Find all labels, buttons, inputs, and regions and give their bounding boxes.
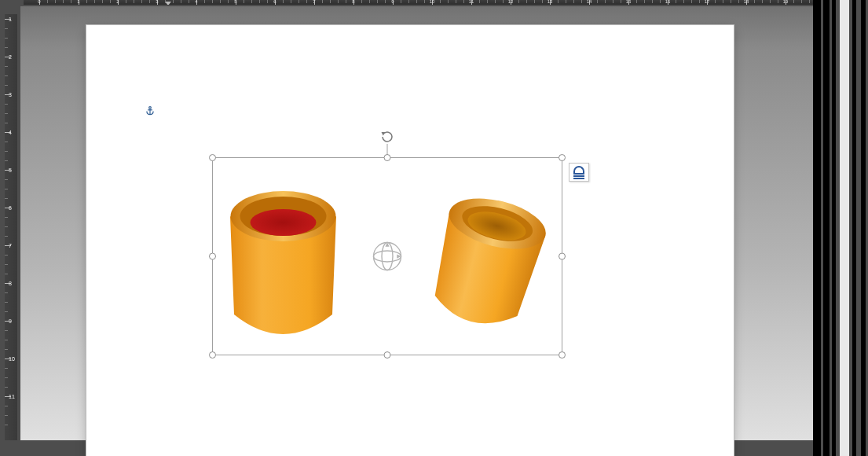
resize-handle-middle-right[interactable] [559,253,566,260]
resize-handle-bottom-right[interactable] [559,351,566,359]
right-bar [861,0,866,456]
ruler-number: 12 [508,0,514,4]
ruler-number: 15 [626,0,632,4]
ruler-number: 4 [195,0,197,4]
resize-handle-top-middle[interactable] [384,154,391,161]
ruler-number: 8 [352,0,354,4]
ruler-number: 16 [665,0,671,4]
right-bar [813,0,821,456]
vertical-scrollbar[interactable] [840,0,848,456]
ruler-number: 6 [9,205,12,211]
ruler-number: 11 [9,394,15,399]
ruler-number: 9 [391,0,394,4]
ruler-number: 1 [77,0,79,4]
ruler-number: 18 [744,0,749,4]
ruler-number: 4 [9,130,12,135]
right-edge-panels [813,0,868,456]
ruler-number: 3 [9,92,12,97]
ruler-number: 7 [313,0,315,4]
ruler-number: 13 [548,0,553,4]
object-selection-frame[interactable] [212,157,562,355]
svg-point-5 [251,209,317,236]
ruler-number: 3 [156,0,158,4]
page[interactable] [86,25,734,456]
layout-options-button[interactable] [569,163,589,182]
model-shape-2[interactable] [413,178,562,348]
ruler-number: 9 [9,318,12,324]
ruler-number: 0 [38,0,40,4]
ruler-number: 6 [273,0,276,4]
model-shape-1[interactable] [222,177,344,346]
vertical-ruler[interactable]: 1234567891011 [5,14,17,440]
svg-point-0 [149,107,152,109]
right-bar [823,0,830,456]
first-line-indent-marker[interactable] [165,2,171,5]
ruler-number: 17 [705,0,710,4]
ruler-number: 10 [430,0,435,4]
ruler-number: 8 [9,281,12,286]
ruler-number: 11 [469,0,474,4]
resize-handle-middle-left[interactable] [209,253,216,260]
ruler-number: 14 [587,0,592,4]
right-bar [852,0,856,456]
ruler-number: 2 [116,0,119,4]
document-workspace [20,6,813,440]
rotate-connector [387,144,388,155]
resize-handle-bottom-left[interactable] [209,351,216,359]
ruler-number: 10 [9,356,15,362]
rotate-handle-icon[interactable] [380,130,394,144]
anchor-icon [145,105,156,116]
right-bar [832,0,837,456]
ruler-number: 5 [9,167,12,173]
ruler-number: 19 [783,0,789,4]
svg-marker-14 [382,132,386,136]
ruler-number: 5 [234,0,236,4]
ruler-number: 1 [9,17,12,22]
resize-handle-bottom-middle[interactable] [384,351,391,359]
resize-handle-top-left[interactable] [209,154,216,161]
ruler-number: 2 [9,54,12,60]
horizontal-ruler[interactable]: 012345678910111213141516171819 [24,0,813,5]
resize-handle-top-right[interactable] [559,154,566,161]
pan-3d-icon[interactable] [371,240,404,273]
ruler-number: 7 [9,243,12,248]
layout-options-icon [573,164,584,180]
